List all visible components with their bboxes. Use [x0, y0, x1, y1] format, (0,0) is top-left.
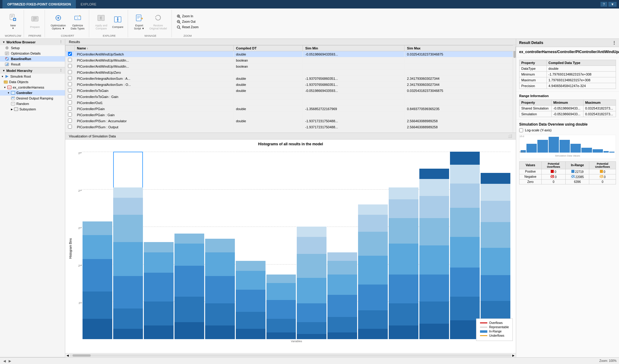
hist-bar-group-12[interactable] [450, 152, 480, 339]
left-nav-arrow[interactable]: ◄ [66, 353, 69, 358]
row-checkbox-7[interactable] [66, 94, 75, 100]
row-checkbox-3[interactable] [66, 69, 75, 76]
hist-bar-group-11[interactable] [419, 152, 449, 339]
zoom-out-button[interactable]: Zoom Out [175, 19, 200, 24]
viz-tab[interactable]: Visualization of Simulation Data ⬜ [65, 133, 516, 140]
restore-button[interactable]: RestoreOriginal Model [147, 12, 169, 32]
tree-item-subsystem[interactable]: ▶ S Subsystem [0, 106, 65, 112]
col-compiled-dt[interactable]: Compiled DT [233, 46, 303, 51]
row-checkbox-4[interactable] [66, 76, 75, 82]
zoom-in-button[interactable]: Zoom In [175, 14, 200, 19]
prop-row-0: DataType double [519, 66, 616, 71]
sidebar-item-baseline-run[interactable]: BaselineRun [0, 56, 65, 62]
hist-bar-group-6[interactable] [266, 152, 296, 339]
row-checkbox-8[interactable] [66, 100, 75, 106]
apply-compare-button[interactable]: Apply andCompare [93, 12, 109, 32]
ex-harness-expand[interactable]: ▼ [4, 86, 6, 89]
results-tab[interactable]: Results [65, 39, 516, 45]
nav-left-arrow[interactable]: ◄ [2, 359, 7, 363]
new-button[interactable]: New ▼ [6, 12, 20, 31]
sidebar-item-result[interactable]: Result [0, 62, 65, 67]
row-checkbox-1[interactable] [66, 57, 75, 63]
compare-button[interactable]: Compare [110, 14, 125, 30]
hist-bar-group-9[interactable] [358, 152, 388, 339]
workflow-browser-header[interactable]: ▼ Workflow Browser ⋮ [0, 39, 65, 45]
simulink-root-expand[interactable]: ▼ [1, 75, 4, 78]
tree-item-data-objects[interactable]: Data Objects [0, 79, 65, 85]
col-sim-min[interactable]: Sim Min [303, 46, 404, 51]
hist-bar-group-1[interactable] [113, 152, 143, 339]
hist-bar-group-10[interactable] [389, 152, 418, 339]
results-scrollbar-v[interactable] [513, 45, 516, 133]
hist-bar-group-4[interactable] [205, 152, 235, 339]
hist-bar-group-13[interactable] [481, 152, 510, 339]
mini-chart-xlabel: Simulation Data Values [519, 153, 616, 159]
hist-bar-group-2[interactable] [144, 152, 174, 339]
table-row[interactable]: PIController/AntiWindUp/WouldIn... boole… [66, 57, 516, 63]
opt-options-button[interactable]: OptimizationOptions ▼ [49, 12, 68, 32]
table-row[interactable]: PIController/PGain double -1.35685272216… [66, 106, 516, 112]
bar-segment-7-0 [297, 334, 326, 339]
col-name[interactable]: Name [74, 46, 233, 51]
scroll-track[interactable] [69, 354, 512, 357]
row-sim-max-9: 0.8493770599365235 [404, 106, 516, 112]
hist-bar-group-0[interactable] [83, 152, 112, 339]
hist-bar-group-3[interactable] [174, 152, 204, 339]
right-panel-menu-icon[interactable]: ⋮ [612, 41, 616, 45]
bottom-scrollbar[interactable]: ◄ ► [65, 353, 516, 357]
reset-zoom-button[interactable]: Reset Zoom [175, 25, 200, 30]
table-row[interactable]: PIController/AntiWindUp/Switch double -0… [66, 51, 516, 57]
sidebar-item-optimization-details[interactable]: Optimization Details [0, 51, 65, 56]
table-row[interactable]: PIController/Out1 [66, 100, 516, 106]
table-row[interactable]: PIController/IntegralActionSum : A... do… [66, 76, 516, 82]
export-script-button[interactable]: ExportScript ▼ [132, 12, 146, 32]
table-row[interactable]: PIController/AntiWindUp/WouldIn... boole… [66, 63, 516, 69]
table-row[interactable]: PIController/AntiWindUp/Zero [66, 69, 516, 76]
right-panel-title: ex_controllerHarness/Controller/PIContro… [516, 47, 619, 57]
row-checkbox-2[interactable] [66, 63, 75, 69]
bar-segment-11-4 [419, 218, 449, 245]
table-row[interactable]: PIController/IxTsGain double -0.05198669… [66, 88, 516, 94]
row-checkbox-11[interactable] [66, 118, 75, 124]
row-checkbox-5[interactable] [66, 82, 75, 88]
table-row[interactable]: PIController/PISum : Accumulator double … [66, 118, 516, 124]
table-row[interactable]: PIController/IxTsGain : Gain [66, 94, 516, 100]
table-row[interactable]: PIController/PISum : Output -1.937172317… [66, 124, 516, 130]
model-hierarchy-header[interactable]: ▼ Model Hierarchy ⋮ [0, 67, 65, 74]
tree-item-random[interactable]: R Random [0, 101, 65, 106]
row-checkbox-10[interactable] [66, 112, 75, 118]
bar-segment-1-6 [113, 187, 143, 198]
subsystem-expand[interactable]: ▶ [11, 108, 13, 111]
row-checkbox-12[interactable] [66, 124, 75, 130]
row-checkbox-9[interactable] [66, 106, 75, 112]
hist-bar-group-8[interactable] [327, 152, 357, 339]
sidebar-item-setup[interactable]: Setup [0, 45, 65, 51]
tree-item-ex-controller-harness[interactable]: ▼ ex ex_controllerHarness [0, 85, 65, 90]
optimize-dt-button[interactable]: fx OptimizeData Types [69, 12, 86, 32]
bar-segment-10-1 [389, 303, 418, 325]
viz-expand-icon[interactable]: ⬜ [508, 134, 512, 138]
col-sim-max[interactable]: Sim Max [404, 46, 516, 51]
tree-item-desired-output[interactable]: Desired Output Ramping [0, 96, 65, 101]
table-row[interactable]: PIController/PGain : Gain [66, 112, 516, 118]
help-button[interactable]: ? [600, 2, 607, 7]
row-sim-min-9: -1.356852722167969 [303, 106, 404, 112]
workflow-menu-icon[interactable]: ⋮ [59, 40, 63, 44]
nav-right-arrow[interactable]: ► [8, 359, 12, 363]
hist-bar-group-7[interactable] [297, 152, 326, 339]
prepare-button[interactable]: Prepare [28, 14, 42, 30]
tree-item-controller[interactable]: ▼ C Controller [0, 90, 65, 96]
log-scale-checkbox[interactable] [519, 128, 523, 132]
right-nav-arrow[interactable]: ► [512, 353, 515, 358]
tab-explore[interactable]: EXPLORE [76, 0, 101, 8]
hist-bar-group-5[interactable] [236, 152, 266, 339]
table-row[interactable]: PIController/IntegralActionSum : O... do… [66, 82, 516, 88]
tree-item-simulink-root[interactable]: ▼ Simulink Root [0, 74, 65, 79]
row-checkbox-6[interactable] [66, 88, 75, 94]
model-hierarchy-menu-icon[interactable]: ⋮ [59, 69, 63, 72]
tab-fixed-point[interactable]: OPTIMIZED FIXED-POINT CONVERSION [2, 0, 76, 8]
row-checkbox-0[interactable] [66, 51, 75, 57]
sidebar-resize-handle[interactable] [617, 30, 619, 364]
minimize-button[interactable]: ▼ [608, 2, 617, 7]
controller-expand[interactable]: ▼ [7, 92, 10, 94]
